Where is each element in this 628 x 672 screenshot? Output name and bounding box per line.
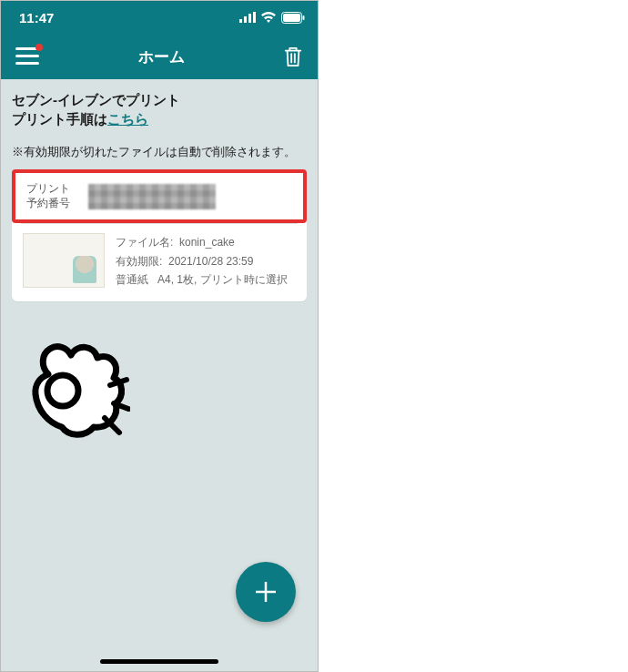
status-right bbox=[239, 12, 305, 24]
svg-rect-3 bbox=[253, 12, 256, 23]
add-file-button[interactable] bbox=[236, 562, 296, 622]
home-indicator[interactable] bbox=[100, 659, 218, 664]
heading-prefix: プリント手順は bbox=[12, 111, 107, 127]
status-time: 11:47 bbox=[19, 10, 54, 25]
ok-hand-icon bbox=[12, 327, 130, 445]
svg-point-7 bbox=[47, 375, 78, 406]
file-name-label: ファイル名: bbox=[116, 236, 173, 249]
reservation-highlight: プリント 予約番号 bbox=[12, 169, 307, 223]
notification-dot-icon bbox=[35, 44, 43, 51]
reservation-label: プリント 予約番号 bbox=[26, 182, 70, 210]
instructions-link[interactable]: こちら bbox=[107, 111, 148, 127]
reservation-label-l1: プリント bbox=[26, 182, 70, 197]
app-bar: ホーム bbox=[1, 34, 318, 79]
svg-rect-2 bbox=[248, 14, 251, 23]
file-meta: ファイル名: konin_cake 有効期限: 2021/10/28 23:59… bbox=[116, 233, 288, 289]
page-title: ホーム bbox=[39, 46, 283, 67]
heading-line2: プリント手順はこちら bbox=[12, 111, 307, 128]
content-area: セブン-イレブンでプリント プリント手順はこちら ※有効期限が切れたファイルは自… bbox=[1, 79, 318, 301]
signal-icon bbox=[239, 12, 256, 23]
delete-button[interactable] bbox=[283, 46, 303, 67]
expiry-label: 有効期限: bbox=[116, 255, 162, 268]
file-card[interactable]: プリント 予約番号 ファイル名: konin_cake 有効期限: 2021/1… bbox=[12, 169, 307, 301]
file-name-value: konin_cake bbox=[179, 236, 235, 249]
card-body: ファイル名: konin_cake 有効期限: 2021/10/28 23:59… bbox=[12, 224, 307, 301]
plus-icon bbox=[252, 578, 279, 606]
menu-button[interactable] bbox=[15, 47, 39, 66]
battery-icon bbox=[281, 12, 305, 24]
svg-rect-1 bbox=[244, 16, 247, 23]
expiry-note: ※有効期限が切れたファイルは自動で削除されます。 bbox=[12, 145, 307, 160]
status-bar: 11:47 bbox=[1, 1, 318, 34]
svg-rect-5 bbox=[283, 14, 300, 22]
heading-line1: セブン-イレブンでプリント bbox=[12, 92, 307, 109]
svg-rect-0 bbox=[239, 19, 242, 23]
expiry-value: 2021/10/28 23:59 bbox=[168, 255, 253, 268]
paper-value: A4, 1枚, プリント時に選択 bbox=[157, 273, 288, 286]
paper-label: 普通紙 bbox=[116, 273, 148, 286]
file-thumbnail bbox=[23, 233, 105, 288]
wifi-icon bbox=[260, 12, 277, 24]
reservation-number-censored bbox=[88, 184, 216, 209]
svg-rect-6 bbox=[303, 15, 305, 20]
phone-frame: 11:47 ホーム セブン-イレブンでプリント プリント手順はこちら ※有効期限… bbox=[0, 0, 319, 672]
reservation-label-l2: 予約番号 bbox=[26, 197, 70, 211]
